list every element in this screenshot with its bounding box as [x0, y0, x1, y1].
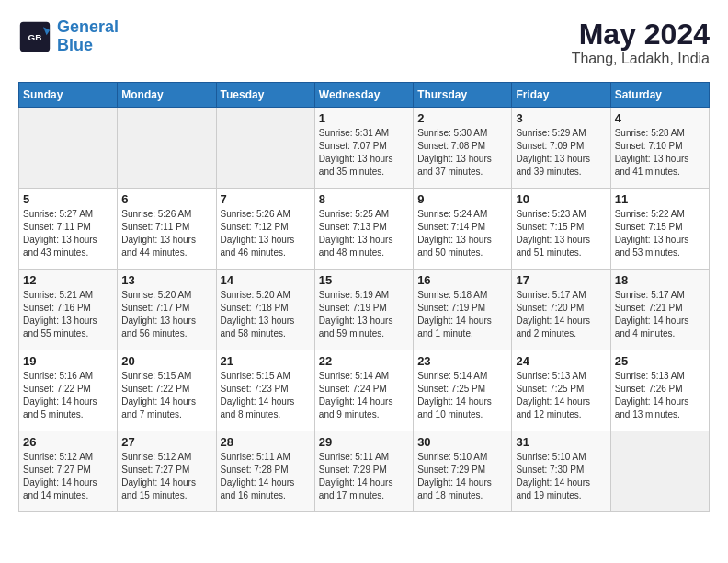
calendar-cell: 19Sunrise: 5:16 AM Sunset: 7:22 PM Dayli… — [19, 350, 118, 431]
calendar-cell: 11Sunrise: 5:22 AM Sunset: 7:15 PM Dayli… — [610, 189, 709, 270]
weekday-header-monday: Monday — [118, 83, 216, 108]
day-detail: Sunrise: 5:28 AM Sunset: 7:10 PM Dayligh… — [615, 127, 705, 178]
calendar-cell: 27Sunrise: 5:12 AM Sunset: 7:27 PM Dayli… — [118, 431, 216, 512]
day-detail: Sunrise: 5:23 AM Sunset: 7:15 PM Dayligh… — [516, 208, 606, 259]
day-detail: Sunrise: 5:15 AM Sunset: 7:23 PM Dayligh… — [221, 370, 311, 421]
weekday-header-friday: Friday — [512, 83, 610, 108]
day-detail: Sunrise: 5:17 AM Sunset: 7:20 PM Dayligh… — [516, 289, 606, 340]
calendar-row-1: 5Sunrise: 5:27 AM Sunset: 7:11 PM Daylig… — [19, 189, 710, 270]
day-detail: Sunrise: 5:20 AM Sunset: 7:17 PM Dayligh… — [121, 289, 211, 340]
day-number: 9 — [417, 192, 507, 206]
day-detail: Sunrise: 5:21 AM Sunset: 7:16 PM Dayligh… — [23, 289, 113, 340]
weekday-header-thursday: Thursday — [414, 83, 512, 108]
day-number: 13 — [121, 273, 211, 287]
day-detail: Sunrise: 5:20 AM Sunset: 7:18 PM Dayligh… — [221, 289, 311, 340]
calendar-cell: 10Sunrise: 5:23 AM Sunset: 7:15 PM Dayli… — [512, 189, 610, 270]
calendar-cell — [216, 108, 314, 189]
calendar-row-4: 26Sunrise: 5:12 AM Sunset: 7:27 PM Dayli… — [19, 431, 710, 512]
day-number: 26 — [23, 435, 113, 449]
calendar-cell: 20Sunrise: 5:15 AM Sunset: 7:22 PM Dayli… — [118, 350, 216, 431]
day-detail: Sunrise: 5:24 AM Sunset: 7:14 PM Dayligh… — [417, 208, 507, 259]
calendar-cell: 3Sunrise: 5:29 AM Sunset: 7:09 PM Daylig… — [512, 108, 610, 189]
day-number: 31 — [516, 435, 606, 449]
day-number: 8 — [319, 192, 409, 206]
day-detail: Sunrise: 5:26 AM Sunset: 7:12 PM Dayligh… — [221, 208, 311, 259]
day-number: 24 — [516, 354, 606, 368]
calendar-cell: 5Sunrise: 5:27 AM Sunset: 7:11 PM Daylig… — [19, 189, 118, 270]
calendar-row-3: 19Sunrise: 5:16 AM Sunset: 7:22 PM Dayli… — [19, 350, 710, 431]
day-detail: Sunrise: 5:11 AM Sunset: 7:28 PM Dayligh… — [221, 451, 311, 502]
calendar-cell — [19, 108, 118, 189]
month-year: May 2024 — [572, 18, 710, 51]
logo: GB GeneralBlue — [18, 18, 119, 55]
day-detail: Sunrise: 5:13 AM Sunset: 7:26 PM Dayligh… — [615, 370, 705, 421]
page-header: GB GeneralBlue May 2024 Thang, Ladakh, I… — [18, 18, 710, 67]
day-number: 12 — [23, 273, 113, 287]
day-detail: Sunrise: 5:10 AM Sunset: 7:30 PM Dayligh… — [516, 451, 606, 502]
calendar-cell: 21Sunrise: 5:15 AM Sunset: 7:23 PM Dayli… — [216, 350, 314, 431]
day-detail: Sunrise: 5:19 AM Sunset: 7:19 PM Dayligh… — [319, 289, 409, 340]
calendar-cell: 24Sunrise: 5:13 AM Sunset: 7:25 PM Dayli… — [512, 350, 610, 431]
day-number: 11 — [615, 192, 705, 206]
calendar-cell: 17Sunrise: 5:17 AM Sunset: 7:20 PM Dayli… — [512, 270, 610, 350]
day-number: 30 — [417, 435, 507, 449]
day-detail: Sunrise: 5:14 AM Sunset: 7:24 PM Dayligh… — [319, 370, 409, 421]
day-number: 16 — [417, 273, 507, 287]
calendar-cell: 13Sunrise: 5:20 AM Sunset: 7:17 PM Dayli… — [118, 270, 216, 350]
weekday-header-tuesday: Tuesday — [216, 83, 314, 108]
day-number: 4 — [615, 111, 705, 125]
calendar-cell: 28Sunrise: 5:11 AM Sunset: 7:28 PM Dayli… — [216, 431, 314, 512]
day-number: 20 — [121, 354, 211, 368]
day-detail: Sunrise: 5:16 AM Sunset: 7:22 PM Dayligh… — [23, 370, 113, 421]
day-detail: Sunrise: 5:17 AM Sunset: 7:21 PM Dayligh… — [615, 289, 705, 340]
day-number: 5 — [23, 192, 113, 206]
day-number: 29 — [319, 435, 409, 449]
logo-text: GeneralBlue — [57, 18, 119, 55]
day-number: 15 — [319, 273, 409, 287]
day-detail: Sunrise: 5:15 AM Sunset: 7:22 PM Dayligh… — [121, 370, 211, 421]
calendar-cell: 22Sunrise: 5:14 AM Sunset: 7:24 PM Dayli… — [314, 350, 413, 431]
logo-icon: GB — [18, 20, 51, 53]
day-number: 18 — [615, 273, 705, 287]
calendar-cell: 6Sunrise: 5:26 AM Sunset: 7:11 PM Daylig… — [118, 189, 216, 270]
calendar-cell: 12Sunrise: 5:21 AM Sunset: 7:16 PM Dayli… — [19, 270, 118, 350]
day-number: 21 — [221, 354, 311, 368]
calendar-cell: 9Sunrise: 5:24 AM Sunset: 7:14 PM Daylig… — [414, 189, 512, 270]
weekday-header-sunday: Sunday — [19, 83, 118, 108]
day-number: 3 — [516, 111, 606, 125]
calendar-cell: 2Sunrise: 5:30 AM Sunset: 7:08 PM Daylig… — [414, 108, 512, 189]
day-number: 27 — [121, 435, 211, 449]
calendar-cell: 15Sunrise: 5:19 AM Sunset: 7:19 PM Dayli… — [314, 270, 413, 350]
day-number: 7 — [221, 192, 311, 206]
calendar-cell: 26Sunrise: 5:12 AM Sunset: 7:27 PM Dayli… — [19, 431, 118, 512]
weekday-header-row: SundayMondayTuesdayWednesdayThursdayFrid… — [19, 83, 710, 108]
day-number: 1 — [319, 111, 409, 125]
day-detail: Sunrise: 5:27 AM Sunset: 7:11 PM Dayligh… — [23, 208, 113, 259]
calendar-cell: 4Sunrise: 5:28 AM Sunset: 7:10 PM Daylig… — [610, 108, 709, 189]
calendar-cell: 25Sunrise: 5:13 AM Sunset: 7:26 PM Dayli… — [610, 350, 709, 431]
calendar-cell: 31Sunrise: 5:10 AM Sunset: 7:30 PM Dayli… — [512, 431, 610, 512]
calendar-table: SundayMondayTuesdayWednesdayThursdayFrid… — [18, 82, 710, 512]
calendar-cell: 14Sunrise: 5:20 AM Sunset: 7:18 PM Dayli… — [216, 270, 314, 350]
day-detail: Sunrise: 5:22 AM Sunset: 7:15 PM Dayligh… — [615, 208, 705, 259]
day-detail: Sunrise: 5:25 AM Sunset: 7:13 PM Dayligh… — [319, 208, 409, 259]
calendar-cell: 16Sunrise: 5:18 AM Sunset: 7:19 PM Dayli… — [414, 270, 512, 350]
day-detail: Sunrise: 5:29 AM Sunset: 7:09 PM Dayligh… — [516, 127, 606, 178]
calendar-cell: 7Sunrise: 5:26 AM Sunset: 7:12 PM Daylig… — [216, 189, 314, 270]
day-detail: Sunrise: 5:30 AM Sunset: 7:08 PM Dayligh… — [417, 127, 507, 178]
calendar-cell: 18Sunrise: 5:17 AM Sunset: 7:21 PM Dayli… — [610, 270, 709, 350]
day-number: 23 — [417, 354, 507, 368]
day-number: 14 — [221, 273, 311, 287]
day-detail: Sunrise: 5:26 AM Sunset: 7:11 PM Dayligh… — [121, 208, 211, 259]
day-number: 17 — [516, 273, 606, 287]
calendar-row-0: 1Sunrise: 5:31 AM Sunset: 7:07 PM Daylig… — [19, 108, 710, 189]
day-number: 10 — [516, 192, 606, 206]
day-number: 19 — [23, 354, 113, 368]
day-detail: Sunrise: 5:12 AM Sunset: 7:27 PM Dayligh… — [23, 451, 113, 502]
day-detail: Sunrise: 5:14 AM Sunset: 7:25 PM Dayligh… — [417, 370, 507, 421]
calendar-cell — [118, 108, 216, 189]
day-detail: Sunrise: 5:11 AM Sunset: 7:29 PM Dayligh… — [319, 451, 409, 502]
calendar-cell: 8Sunrise: 5:25 AM Sunset: 7:13 PM Daylig… — [314, 189, 413, 270]
calendar-cell — [610, 431, 709, 512]
day-detail: Sunrise: 5:31 AM Sunset: 7:07 PM Dayligh… — [319, 127, 409, 178]
